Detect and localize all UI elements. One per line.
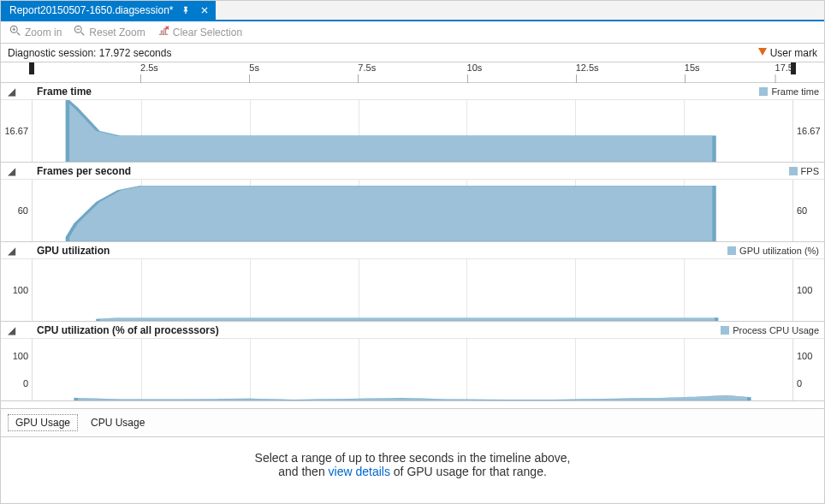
clear-selection-label: Clear Selection bbox=[173, 27, 242, 39]
zoom-in-button[interactable]: Zoom in bbox=[9, 25, 62, 39]
clear-selection-button[interactable]: Clear Selection bbox=[157, 25, 242, 39]
lane-cpu: ◢ CPU utilization (% of all processsors)… bbox=[1, 322, 824, 401]
ruler-tick: 7.5s bbox=[358, 62, 376, 73]
ruler-tick: 2.5s bbox=[140, 62, 158, 73]
collapse-icon[interactable]: ◢ bbox=[6, 86, 16, 98]
tab-gpu-usage[interactable]: GPU Usage bbox=[8, 414, 78, 431]
lane-title: GPU utilization bbox=[20, 245, 110, 257]
y-axis-right: 16.67 bbox=[793, 100, 824, 162]
y-axis-left: 100 0 bbox=[1, 339, 32, 400]
legend-swatch bbox=[789, 167, 798, 175]
lane-fps: ◢ Frames per second FPS 60 60 bbox=[1, 163, 824, 242]
y-axis-left: 60 bbox=[1, 180, 32, 241]
plot-fps[interactable] bbox=[32, 180, 793, 241]
y-axis-right: 100 0 bbox=[793, 339, 824, 400]
axis-tick: 100 bbox=[13, 285, 28, 295]
clear-selection-icon bbox=[157, 25, 169, 39]
legend-label: Frame time bbox=[771, 86, 819, 97]
collapse-icon[interactable]: ◢ bbox=[6, 245, 16, 257]
user-mark-label: User mark bbox=[770, 47, 817, 59]
plot-frame-time[interactable] bbox=[32, 100, 793, 162]
timeline-ruler[interactable]: 2.5s 5s 7.5s 10s 12.5s 15s 17.5 bbox=[1, 62, 824, 83]
axis-tick: 100 bbox=[13, 351, 28, 361]
selection-handle-left[interactable] bbox=[29, 62, 34, 74]
plot-gpu[interactable] bbox=[32, 259, 793, 321]
axis-tick: 0 bbox=[797, 378, 802, 388]
ruler-tick: 17.5 bbox=[775, 62, 793, 73]
axis-tick: 16.67 bbox=[4, 126, 28, 136]
axis-tick: 100 bbox=[797, 351, 812, 361]
y-axis-right: 60 bbox=[793, 180, 824, 241]
lane-title: Frames per second bbox=[20, 165, 131, 177]
close-icon[interactable] bbox=[199, 4, 211, 16]
hint-line1: Select a range of up to three seconds in… bbox=[1, 451, 824, 465]
document-tab-bar: Report20150507-1650.diagsession* bbox=[1, 1, 824, 21]
y-axis-left: 100 bbox=[1, 259, 32, 321]
legend-label: GPU utilization (%) bbox=[739, 246, 819, 256]
ruler-tick: 12.5s bbox=[576, 62, 599, 73]
axis-tick: 60 bbox=[18, 205, 28, 216]
y-axis-right: 100 bbox=[793, 259, 824, 321]
ruler-tick: 5s bbox=[249, 62, 259, 73]
legend-label: FPS bbox=[801, 166, 819, 176]
axis-tick: 60 bbox=[797, 205, 807, 216]
legend-swatch bbox=[727, 246, 736, 255]
zoom-in-label: Zoom in bbox=[25, 27, 62, 39]
axis-tick: 16.67 bbox=[797, 126, 821, 136]
lane-gpu: ◢ GPU utilization GPU utilization (%) 10… bbox=[1, 242, 824, 322]
hint-line2: and then view details of GPU usage for t… bbox=[1, 465, 824, 478]
collapse-icon[interactable]: ◢ bbox=[6, 165, 16, 177]
session-label: Diagnostic session: 17.972 seconds bbox=[8, 47, 171, 59]
ruler-tick: 15s bbox=[685, 62, 700, 73]
zoom-in-icon bbox=[9, 25, 21, 39]
lane-title: Frame time bbox=[20, 86, 92, 98]
collapse-icon[interactable]: ◢ bbox=[6, 324, 16, 336]
document-tab-title: Report20150507-1650.diagsession* bbox=[9, 4, 173, 16]
legend-label: Process CPU Usage bbox=[733, 325, 819, 335]
document-tab[interactable]: Report20150507-1650.diagsession* bbox=[1, 1, 216, 20]
lane-frame-time: ◢ Frame time Frame time 16.67 16.67 bbox=[1, 83, 824, 163]
lane-title: CPU utilization (% of all processsors) bbox=[20, 324, 219, 336]
toolbar: Zoom in Reset Zoom Clear Selection bbox=[1, 21, 824, 44]
y-axis-left: 16.67 bbox=[1, 100, 32, 162]
pin-icon[interactable] bbox=[180, 4, 192, 16]
reset-zoom-label: Reset Zoom bbox=[89, 27, 145, 39]
reset-zoom-button[interactable]: Reset Zoom bbox=[74, 25, 145, 39]
tab-cpu-usage[interactable]: CPU Usage bbox=[83, 414, 152, 431]
axis-tick: 0 bbox=[23, 378, 28, 388]
hint-panel: Select a range of up to three seconds in… bbox=[1, 437, 824, 499]
ruler-tick: 10s bbox=[467, 62, 483, 73]
reset-zoom-icon bbox=[74, 25, 86, 39]
axis-tick: 100 bbox=[797, 285, 812, 295]
legend-swatch bbox=[759, 87, 768, 96]
view-details-link[interactable]: view details bbox=[329, 465, 390, 478]
user-mark-icon bbox=[758, 47, 767, 59]
legend-swatch bbox=[721, 326, 729, 335]
session-bar: Diagnostic session: 17.972 seconds User … bbox=[1, 44, 824, 62]
detail-tab-strip: GPU Usage CPU Usage bbox=[1, 408, 824, 437]
plot-cpu[interactable] bbox=[32, 339, 793, 400]
